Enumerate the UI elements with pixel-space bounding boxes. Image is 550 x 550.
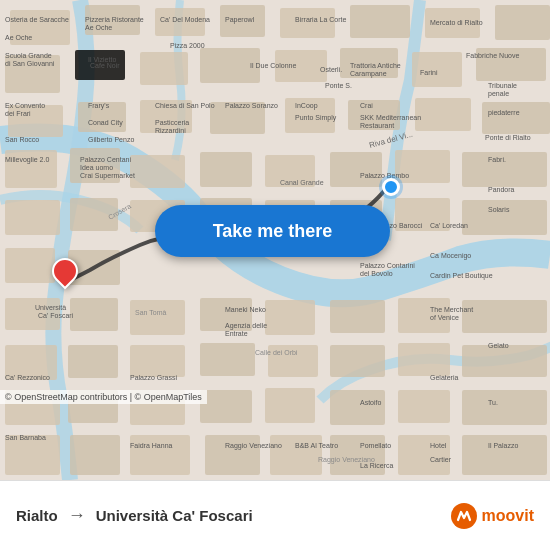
svg-text:Osteria de Saracche: Osteria de Saracche [5,16,69,23]
svg-text:Ex Convento: Ex Convento [5,102,45,109]
svg-text:piedaterre: piedaterre [488,109,520,117]
svg-rect-65 [462,300,547,333]
svg-rect-34 [68,345,118,378]
svg-text:Chiesa di San Polo: Chiesa di San Polo [155,102,215,109]
svg-text:The Merchant: The Merchant [430,306,473,313]
svg-text:penale: penale [488,90,509,98]
route-info: Rialto → Università Ca' Foscari [16,505,450,526]
svg-text:Osterli.: Osterli. [320,66,342,73]
svg-text:Cafe Noir: Cafe Noir [90,62,120,69]
svg-text:Il Palazzo: Il Palazzo [488,442,518,449]
svg-text:Palazzo Contarini: Palazzo Contarini [360,262,415,269]
svg-rect-52 [200,390,252,423]
svg-text:Frary's: Frary's [88,102,110,110]
route-arrow-icon: → [68,505,86,526]
svg-rect-71 [462,390,547,425]
svg-rect-56 [270,435,322,475]
svg-text:Ca' Del Modena: Ca' Del Modena [160,16,210,23]
svg-text:Idea uomo: Idea uomo [80,164,113,171]
svg-rect-48 [130,345,185,377]
moovit-brand-text: moovit [482,507,534,525]
svg-text:Entrate: Entrate [225,330,248,337]
svg-rect-57 [330,152,382,187]
svg-text:Ae Oche: Ae Oche [85,24,112,31]
svg-text:La Ricerca: La Ricerca [360,462,394,469]
svg-text:Cartier: Cartier [430,456,452,463]
svg-rect-69 [330,390,385,425]
svg-text:Hotel: Hotel [430,442,447,449]
svg-text:Birraria La Corte: Birraria La Corte [295,16,346,23]
svg-text:Astoifo: Astoifo [360,399,382,406]
svg-rect-54 [130,435,190,475]
svg-text:Cardin Pet Boutique: Cardin Pet Boutique [430,272,493,280]
svg-text:Carampane: Carampane [350,70,387,78]
svg-text:Fabbriche Nuove: Fabbriche Nuove [466,52,519,59]
svg-text:Palazzo Soranzo: Palazzo Soranzo [225,102,278,109]
svg-text:Trattoria Antiche: Trattoria Antiche [350,62,401,69]
svg-rect-49 [200,343,255,376]
svg-rect-39 [130,155,185,188]
svg-text:Il Vizietto: Il Vizietto [88,56,116,63]
svg-rect-68 [462,345,547,377]
svg-rect-23 [415,98,471,131]
svg-text:Rizzardini: Rizzardini [155,127,186,134]
bottom-bar: Rialto → Università Ca' Foscari moovit [0,480,550,550]
svg-rect-45 [130,300,185,335]
svg-text:dei Frari: dei Frari [5,110,31,117]
svg-text:Palazzo Grassi: Palazzo Grassi [130,374,178,381]
svg-rect-66 [330,345,385,377]
svg-rect-32 [70,298,118,331]
svg-rect-53 [265,388,315,423]
svg-text:SKK Mediterranean: SKK Mediterranean [360,114,421,121]
svg-rect-70 [398,390,450,423]
svg-text:Millevoglie 2.0: Millevoglie 2.0 [5,156,49,164]
svg-text:Scuola Grande: Scuola Grande [5,52,52,59]
svg-text:Restaurant: Restaurant [360,122,394,129]
svg-text:San Tomà: San Tomà [135,309,166,316]
svg-text:Paperowl: Paperowl [225,16,255,24]
svg-text:Tribunale: Tribunale [488,82,517,89]
origin-marker [382,178,400,196]
svg-text:Il Due Colonne: Il Due Colonne [250,62,296,69]
svg-rect-29 [5,248,55,283]
svg-rect-73 [398,435,450,475]
svg-rect-55 [205,435,260,475]
from-label: Rialto [16,507,58,524]
svg-text:InCoop: InCoop [295,102,318,110]
svg-text:Ca' Rezzonico: Ca' Rezzonico [5,374,50,381]
svg-rect-8 [495,5,550,40]
svg-text:Punto Simply: Punto Simply [295,114,337,122]
svg-rect-67 [398,343,450,376]
svg-text:Ae Oche: Ae Oche [5,34,32,41]
svg-text:of Venice: of Venice [430,314,459,321]
svg-text:del Bovolo: del Bovolo [360,270,393,277]
svg-text:Raggio Veneziano: Raggio Veneziano [225,442,282,450]
svg-rect-24 [482,102,550,134]
svg-text:Calle dei Orbi: Calle dei Orbi [255,349,298,356]
svg-text:Palazzo Centani: Palazzo Centani [80,156,131,163]
svg-text:di San Giovanni: di San Giovanni [5,60,55,67]
svg-text:Crai Supermarket: Crai Supermarket [80,172,135,180]
svg-rect-47 [265,300,315,335]
moovit-logo: moovit [450,502,534,530]
svg-text:Crai: Crai [360,102,373,109]
moovit-icon [450,502,478,530]
svg-text:Faidra Hanna: Faidra Hanna [130,442,173,449]
map-attribution: © OpenStreetMap contributors | © OpenMap… [0,390,207,404]
svg-text:Agenzia delle: Agenzia delle [225,322,267,330]
svg-rect-5 [280,8,335,38]
svg-rect-40 [200,152,252,187]
svg-text:Conad City: Conad City [88,119,123,127]
svg-text:Pomellato: Pomellato [360,442,391,449]
svg-text:San Barnaba: San Barnaba [5,434,46,441]
svg-rect-72 [330,435,385,475]
to-label: Università Ca' Foscari [96,507,253,524]
svg-text:Fabri.: Fabri. [488,156,506,163]
svg-rect-27 [5,200,60,235]
svg-rect-74 [462,435,547,475]
svg-text:Mercato di Rialto: Mercato di Rialto [430,19,483,26]
take-me-there-button[interactable]: Take me there [155,205,390,257]
svg-text:San Rocco: San Rocco [5,136,39,143]
svg-text:Pandora: Pandora [488,186,515,193]
svg-text:Maneki Neko: Maneki Neko [225,306,266,313]
